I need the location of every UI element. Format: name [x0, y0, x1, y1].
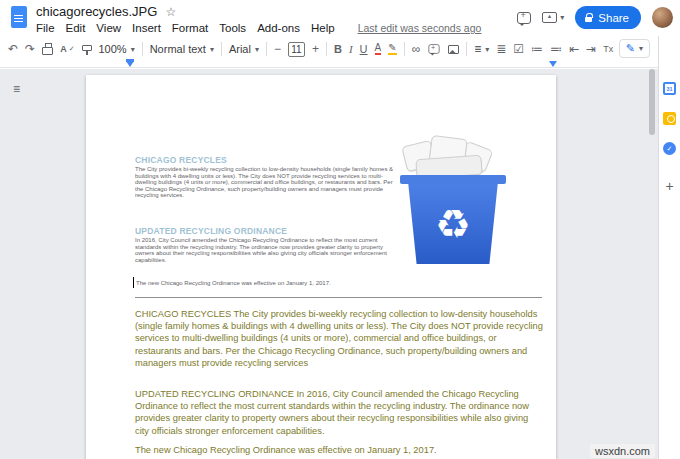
- toolbar-separator: [266, 42, 267, 56]
- text-cursor: [133, 277, 134, 288]
- ocr-paragraph-1[interactable]: CHICAGO RECYCLES The City provides bi-we…: [135, 308, 543, 369]
- toolbar-right: ✎ ▾: [619, 39, 650, 58]
- toolbar-separator: [404, 42, 405, 56]
- last-edit-link[interactable]: Last edit was seconds ago: [358, 22, 482, 34]
- text-color-button[interactable]: A: [375, 43, 382, 55]
- avatar[interactable]: [652, 7, 673, 28]
- tasks-icon[interactable]: ✓: [663, 142, 676, 155]
- underline-button[interactable]: U: [360, 43, 368, 55]
- lock-icon: [585, 17, 592, 22]
- menu-view[interactable]: View: [96, 22, 121, 34]
- flyer-paragraph-2: In 2016, City Council amended the Chicag…: [135, 237, 399, 263]
- right-indent-marker[interactable]: [549, 61, 557, 67]
- comment-icon: [429, 44, 440, 54]
- line-spacing-button[interactable]: ≣: [496, 42, 506, 56]
- bulleted-list-button[interactable]: ≔: [531, 42, 543, 56]
- menu-bar: File Edit View Insert Format Tools Add-o…: [36, 22, 481, 34]
- toolbar-separator: [221, 42, 222, 56]
- bin-body: ♻: [401, 184, 505, 264]
- toolbar-separator: [466, 42, 467, 56]
- image-icon: [448, 45, 459, 54]
- align-left-icon: ≡: [474, 42, 481, 56]
- toolbar-separator: [142, 42, 143, 56]
- share-button[interactable]: Share: [575, 6, 641, 29]
- watermark: wsxdn.com: [590, 444, 655, 458]
- print-button[interactable]: [42, 44, 53, 55]
- zoom-select[interactable]: 100%▾: [99, 43, 135, 55]
- chevron-down-icon: ▾: [485, 45, 489, 54]
- font-size-input[interactable]: 11: [288, 42, 305, 57]
- flyer-heading-1: CHICAGO RECYCLES: [135, 155, 227, 165]
- redo-button[interactable]: ↷: [25, 42, 35, 56]
- numbered-list-button[interactable]: ≕: [550, 42, 562, 56]
- insert-link-button[interactable]: ∞: [412, 42, 421, 56]
- decrease-indent-button[interactable]: ⇤: [569, 42, 579, 56]
- comment-history-icon[interactable]: [517, 12, 531, 24]
- toolbar: ↶ ↷ A✓ 100%▾ Normal text▾ Arial▾ − 11 + …: [8, 38, 613, 60]
- flyer-paragraph-1: The City provides bi-weekly recycling co…: [135, 166, 399, 199]
- chevron-down-icon: ▾: [210, 45, 214, 54]
- decrease-font-size-button[interactable]: −: [274, 42, 281, 56]
- bold-button[interactable]: B: [334, 43, 342, 55]
- document-area: ≡ CHICAGO RECYCLES The City provides bi-…: [0, 69, 658, 459]
- side-panel: 31 ✓ +: [658, 36, 680, 459]
- font-select[interactable]: Arial▾: [229, 43, 259, 55]
- menu-format[interactable]: Format: [172, 22, 208, 34]
- get-addons-button[interactable]: +: [665, 178, 673, 194]
- editing-mode-button[interactable]: ✎ ▾: [619, 39, 650, 58]
- chevron-down-icon: ▾: [639, 44, 643, 53]
- bin-rim: [400, 175, 506, 184]
- present-button[interactable]: ▾: [542, 12, 564, 23]
- keep-icon[interactable]: [663, 112, 676, 125]
- spellcheck-button[interactable]: A✓: [60, 44, 74, 54]
- document-page[interactable]: CHICAGO RECYCLES The City provides bi-we…: [86, 75, 556, 459]
- ocr-paragraph-2[interactable]: UPDATED RECYCLING ORDINANCE In 2016, Cit…: [135, 388, 543, 437]
- increase-font-size-button[interactable]: +: [312, 42, 319, 56]
- paint-roller-icon: [82, 45, 92, 51]
- chevron-down-icon: ▾: [560, 13, 564, 22]
- calendar-icon[interactable]: 31: [663, 82, 676, 95]
- menu-insert[interactable]: Insert: [132, 22, 161, 34]
- flyer-effective-line[interactable]: The new Chicago Recycling Ordinance was …: [136, 280, 331, 286]
- highlight-color-button[interactable]: ✎: [388, 43, 396, 55]
- undo-button[interactable]: ↶: [8, 42, 18, 56]
- increase-indent-button[interactable]: ⇥: [586, 42, 596, 56]
- document-title[interactable]: chicagorecycles.JPG: [36, 4, 157, 19]
- menu-addons[interactable]: Add-ons: [257, 22, 300, 34]
- star-icon[interactable]: ☆: [165, 5, 176, 19]
- toolbar-separator: [326, 42, 327, 56]
- menu-file[interactable]: File: [36, 22, 55, 34]
- chevron-down-icon: ▾: [131, 45, 135, 54]
- checklist-button[interactable]: ☑: [513, 42, 524, 56]
- vertical-scrollbar[interactable]: [649, 69, 655, 135]
- printer-icon: [42, 47, 53, 55]
- align-button[interactable]: ≡ ▾: [474, 42, 489, 56]
- recycle-bin-image: ♻: [398, 139, 508, 265]
- present-icon: [542, 12, 557, 23]
- flyer-heading-2: UPDATED RECYCLING ORDINANCE: [135, 226, 287, 236]
- menu-edit[interactable]: Edit: [66, 22, 86, 34]
- add-comment-button[interactable]: [427, 43, 441, 55]
- ruler[interactable]: [0, 60, 658, 68]
- paint-format-button[interactable]: [82, 48, 92, 51]
- menu-tools[interactable]: Tools: [219, 22, 246, 34]
- horizontal-rule: [135, 297, 542, 298]
- italic-button[interactable]: I: [349, 43, 353, 55]
- left-indent-marker[interactable]: [126, 61, 134, 67]
- recycle-symbol-icon: ♻: [435, 204, 471, 244]
- header: chicagorecycles.JPG ☆ File Edit View Ins…: [36, 4, 481, 34]
- google-docs-app: chicagorecycles.JPG ☆ File Edit View Ins…: [0, 0, 680, 459]
- docs-logo-icon[interactable]: [11, 6, 27, 28]
- insert-image-button[interactable]: [448, 45, 459, 54]
- clear-formatting-button[interactable]: Tx: [603, 44, 613, 54]
- pen-icon: ✎: [626, 42, 635, 55]
- share-label: Share: [598, 12, 629, 24]
- header-actions: ▾ Share: [517, 6, 673, 29]
- document-outline-icon[interactable]: ≡: [13, 82, 20, 96]
- ocr-paragraph-3[interactable]: The new Chicago Recycling Ordinance was …: [135, 444, 543, 456]
- chevron-down-icon: ▾: [255, 45, 259, 54]
- paragraph-style-select[interactable]: Normal text▾: [150, 43, 214, 55]
- menu-help[interactable]: Help: [311, 22, 335, 34]
